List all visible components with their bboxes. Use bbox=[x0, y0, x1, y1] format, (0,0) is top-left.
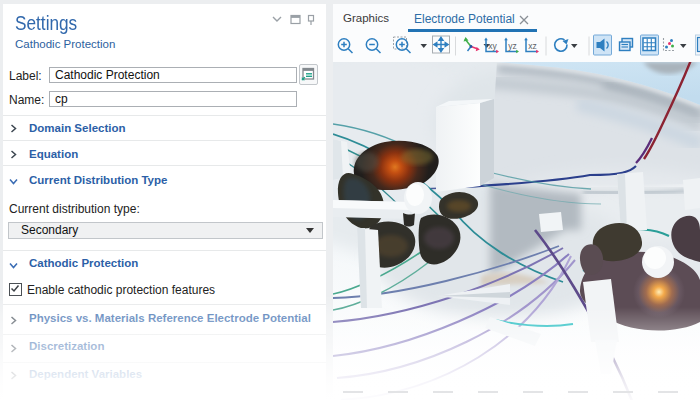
svg-text:xy: xy bbox=[488, 41, 497, 51]
svg-text:yz: yz bbox=[508, 41, 517, 51]
svg-text:xz: xz bbox=[528, 41, 537, 51]
